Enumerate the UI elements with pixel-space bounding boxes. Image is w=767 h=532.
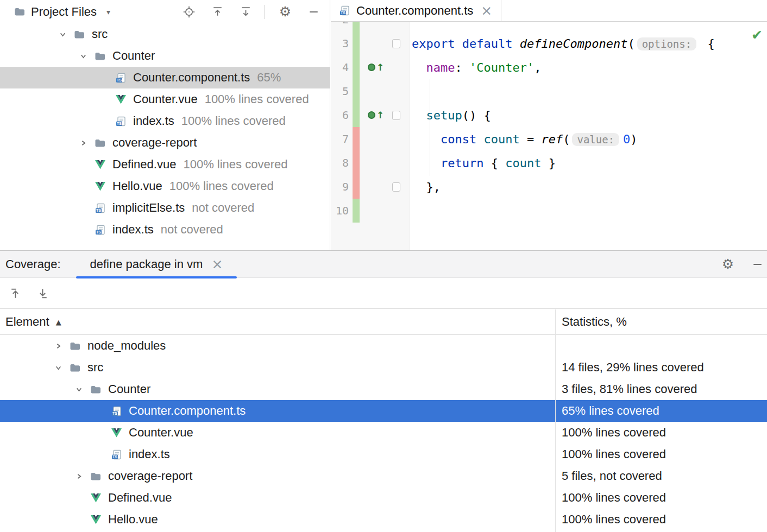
coverage-suffix: 100% lines covered <box>169 179 274 193</box>
tree-item-counter-component[interactable]: TS Counter.component.ts 65% <box>0 67 330 88</box>
coverage-strip <box>353 175 360 199</box>
chevron-down-icon[interactable] <box>52 31 73 38</box>
vue-file-icon <box>93 160 106 169</box>
line-number: 2 <box>331 22 353 26</box>
row-statistics: 100% lines covered <box>555 491 666 505</box>
line-number: 6 <box>331 109 353 122</box>
tree-item-label: Counter <box>112 49 155 63</box>
coverage-gutter-icon[interactable]: ↑ <box>368 63 384 72</box>
inlay-hint: value: <box>572 133 619 146</box>
tree-item-src[interactable]: src <box>0 23 330 45</box>
row-statistics: 5 files, not covered <box>555 469 662 483</box>
locate-file-icon[interactable] <box>181 4 197 20</box>
svg-text:TS: TS <box>96 230 101 234</box>
line-number: 5 <box>331 85 353 98</box>
typescript-file-icon: TS <box>93 225 106 235</box>
code-line: 2 <box>331 22 767 31</box>
coverage-tab-label: define package in vm <box>90 257 203 271</box>
svg-text:TS: TS <box>112 455 117 459</box>
vue-file-icon <box>93 182 106 191</box>
arrow-up-icon[interactable] <box>7 284 24 302</box>
chevron-down-icon[interactable] <box>68 386 89 393</box>
fold-marker-icon[interactable] <box>392 182 400 192</box>
coverage-toolbar <box>0 278 767 309</box>
code-text: export default defineComponent(options: … <box>407 37 715 50</box>
typescript-file-icon: TS <box>93 203 106 213</box>
line-number: 3 <box>331 37 353 50</box>
expand-all-icon[interactable] <box>210 4 225 20</box>
settings-gear-icon[interactable]: ⚙ <box>278 4 293 20</box>
column-header-statistics[interactable]: Statistics, % <box>555 315 627 329</box>
code-text: setup() { <box>407 109 491 122</box>
tree-item-label: src <box>92 27 108 41</box>
row-label: Counter.vue <box>129 426 193 440</box>
coverage-row-node-modules[interactable]: node_modules <box>0 335 767 357</box>
tree-item-index-ts[interactable]: TS index.ts 100% lines covered <box>0 110 330 132</box>
settings-gear-icon[interactable]: ⚙ <box>720 257 735 272</box>
project-view-title[interactable]: Project Files <box>31 5 97 19</box>
column-header-element[interactable]: Element ▲ <box>0 315 555 329</box>
coverage-row-src[interactable]: src 14 files, 29% lines covered <box>0 357 767 378</box>
tree-item-coverage-report[interactable]: coverage-report <box>0 132 330 154</box>
coverage-gutter-icon[interactable]: ↑ <box>368 111 384 120</box>
chevron-right-icon[interactable] <box>73 140 93 147</box>
tree-item-label: index.ts <box>112 223 154 237</box>
coverage-table: Element ▲ Statistics, % node_modules <box>0 309 767 532</box>
close-icon[interactable]: × <box>211 257 223 271</box>
coverage-row-hello-vue[interactable]: Hello.vue 100% lines covered <box>0 509 767 530</box>
project-files-icon <box>14 7 25 16</box>
coverage-row-coverage-report[interactable]: coverage-report 5 files, not covered <box>0 465 767 487</box>
coverage-suffix: 100% lines covered <box>205 92 309 106</box>
coverage-suffix: 100% lines covered <box>181 114 286 128</box>
tree-item-counter-folder[interactable]: Counter <box>0 45 330 67</box>
coverage-suffix: 65% <box>257 71 281 85</box>
collapse-all-icon[interactable] <box>238 4 253 20</box>
hide-panel-icon[interactable] <box>306 4 321 20</box>
fold-marker-icon[interactable] <box>392 39 400 48</box>
folder-icon <box>68 341 81 351</box>
code-line: 4↑ name: 'Counter', <box>331 55 767 79</box>
vue-file-icon <box>114 95 127 104</box>
tree-item-index-ts-root[interactable]: TS index.ts not covered <box>0 219 330 240</box>
fold-marker-icon[interactable] <box>392 111 400 120</box>
tree-item-implicitelse-ts[interactable]: TS implicitElse.ts not covered <box>0 197 330 219</box>
row-label: Counter.component.ts <box>129 404 246 418</box>
coverage-strip <box>353 31 360 55</box>
chevron-down-icon[interactable] <box>48 364 68 371</box>
coverage-suffix: not covered <box>192 201 254 215</box>
row-statistics: 14 files, 29% lines covered <box>555 360 704 375</box>
project-panel: Project Files ▾ ⚙ src Counter T <box>0 0 330 250</box>
ide-window: Project Files ▾ ⚙ src Counter T <box>0 0 767 532</box>
close-icon[interactable]: × <box>481 4 492 17</box>
coverage-row-counter-component[interactable]: TS Counter.component.ts 65% lines covere… <box>0 400 767 422</box>
line-number: 4 <box>331 61 353 74</box>
tree-item-label: Defined.vue <box>112 157 176 172</box>
coverage-row-counter-vue[interactable]: Counter.vue 100% lines covered <box>0 422 767 444</box>
svg-text:TS: TS <box>117 78 122 82</box>
chevron-down-icon[interactable]: ▾ <box>106 8 110 16</box>
tree-item-counter-vue[interactable]: Counter.vue 100% lines covered <box>0 88 330 110</box>
code-editor[interactable]: 2 3export default defineComponent(option… <box>331 22 767 250</box>
coverage-suite-tab[interactable]: define package in vm × <box>76 251 237 278</box>
coverage-row-counter-folder[interactable]: Counter 3 files, 81% lines covered <box>0 378 767 400</box>
tree-item-hello-vue[interactable]: Hello.vue 100% lines covered <box>0 175 330 197</box>
coverage-row-index-ts[interactable]: TS index.ts 100% lines covered <box>0 444 767 465</box>
chevron-right-icon[interactable] <box>48 343 68 350</box>
tree-item-defined-vue[interactable]: Defined.vue 100% lines covered <box>0 154 330 175</box>
chevron-down-icon[interactable] <box>73 53 93 60</box>
coverage-suffix: 100% lines covered <box>183 157 287 172</box>
hide-panel-icon[interactable] <box>750 257 765 272</box>
inspections-ok-icon[interactable]: ✔ <box>751 28 763 42</box>
vue-file-icon <box>89 493 102 503</box>
svg-text:TS: TS <box>341 11 345 15</box>
row-statistics: 3 files, 81% lines covered <box>555 382 697 396</box>
typescript-file-icon: TS <box>110 449 123 460</box>
arrow-down-icon[interactable] <box>34 284 51 302</box>
coverage-row-defined-vue[interactable]: Defined.vue 100% lines covered <box>0 487 767 509</box>
tree-item-label: Counter.vue <box>133 92 198 106</box>
tab-counter-component-ts[interactable]: TS Counter.component.ts × <box>331 0 501 21</box>
row-label: index.ts <box>129 447 170 461</box>
code-line: 7 const count = ref(value:0) <box>331 127 767 151</box>
folder-icon <box>93 52 106 61</box>
chevron-right-icon[interactable] <box>68 473 89 480</box>
